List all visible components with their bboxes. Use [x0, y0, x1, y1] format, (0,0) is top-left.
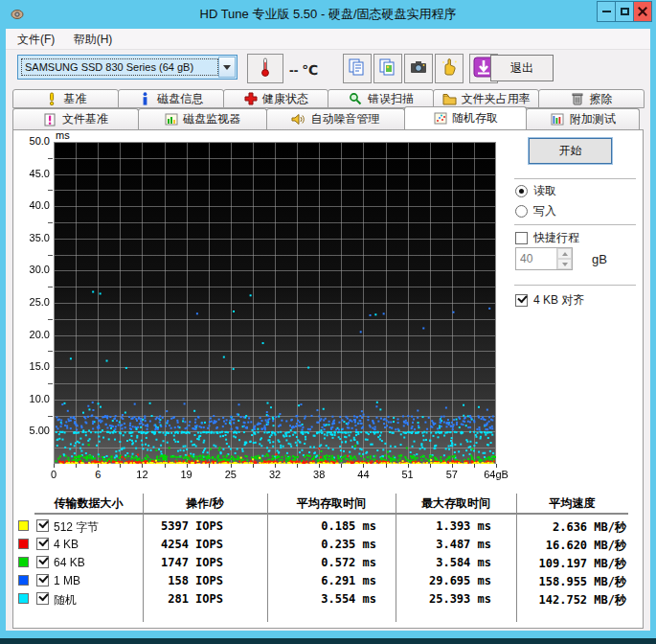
speed-cell: 2.636 MB/秒	[516, 519, 626, 536]
avg-time-cell: 0.572 ms	[267, 556, 376, 569]
short-stroke-row[interactable]: 快捷行程	[515, 230, 579, 246]
hand-tool-button[interactable]	[435, 54, 464, 83]
align-row[interactable]: 4 KB 对齐	[515, 292, 584, 309]
x-tick-mark	[98, 464, 99, 468]
short-stroke-checkbox[interactable]	[515, 232, 528, 244]
tab-基准[interactable]: 基准	[12, 89, 119, 108]
start-button[interactable]: 开始	[529, 138, 612, 164]
tab-磁盘信息[interactable]: 磁盘信息	[118, 89, 224, 108]
copy-text-button[interactable]	[343, 54, 372, 83]
y-tick-label: 15.0	[13, 360, 50, 372]
avg-time-cell: 0.185 ms	[267, 519, 376, 533]
y-tick-minor	[48, 319, 53, 320]
y-tick-minor	[48, 222, 53, 223]
tab-文件夹占用率[interactable]: 文件夹占用率	[433, 89, 539, 108]
max-time-cell: 25.393 ms	[396, 592, 491, 606]
temperature-button[interactable]	[247, 54, 283, 83]
y-tick-label: 25.0	[13, 296, 50, 308]
screenshot-button[interactable]	[404, 54, 433, 83]
align-4kb-label: 4 KB 对齐	[533, 292, 584, 309]
x-tick-mark	[231, 464, 232, 468]
y-tick-minor	[48, 158, 53, 159]
menu-file[interactable]: 文件(F)	[10, 29, 62, 48]
series-color-swatch	[18, 557, 29, 567]
arrow-up-icon	[562, 252, 568, 256]
x-tick-mark	[408, 464, 409, 468]
erase-icon	[571, 92, 585, 105]
spinner-down-button[interactable]	[557, 259, 572, 269]
series-color-swatch	[18, 539, 29, 549]
folder-usage-icon	[442, 92, 457, 105]
avg-time-cell: 0.235 ms	[267, 538, 376, 551]
x-tick-mark	[187, 464, 188, 468]
table-row: 1 MB158 IOPS6.291 ms29.695 ms158.955 MB/…	[13, 572, 645, 590]
y-tick-minor	[48, 255, 53, 256]
read-radio[interactable]	[515, 185, 528, 197]
maximize-button[interactable]	[615, 1, 634, 22]
spinner-up-button[interactable]	[557, 248, 572, 259]
y-axis-unit-label: ms	[56, 129, 70, 141]
minimize-button[interactable]	[597, 1, 616, 22]
x-tick-mark	[363, 464, 364, 468]
tab-row-2: 文件基准磁盘监视器自动噪音管理随机存取附加测试	[12, 108, 644, 129]
capacity-spinner[interactable]	[515, 247, 573, 270]
align-4kb-checkbox[interactable]	[515, 294, 528, 307]
write-radio-label: 写入	[533, 203, 556, 219]
tab-健康状态[interactable]: 健康状态	[223, 89, 329, 108]
ops-cell: 158 IOPS	[143, 574, 223, 587]
scatter-plot-canvas	[54, 142, 496, 464]
thermometer-icon	[259, 57, 272, 80]
read-radio-row[interactable]: 读取	[515, 183, 556, 199]
benchmark-icon	[44, 92, 58, 105]
disk-info-icon	[138, 92, 152, 105]
close-button[interactable]	[633, 1, 652, 22]
max-time-cell: 29.695 ms	[396, 574, 491, 587]
tab-随机存取[interactable]: 随机存取	[404, 106, 528, 129]
x-tick-mark	[253, 464, 254, 468]
tab-错误扫描[interactable]: 错误扫描	[328, 89, 434, 108]
write-radio[interactable]	[515, 205, 528, 218]
speed-cell: 158.955 MB/秒	[516, 574, 626, 590]
tab-文件基准[interactable]: 文件基准	[12, 108, 139, 129]
table-header-4: 最大存取时间	[396, 495, 516, 512]
exit-button[interactable]: 退出	[490, 55, 554, 81]
ops-cell: 5397 IOPS	[143, 519, 223, 533]
avg-time-cell: 6.291 ms	[267, 574, 376, 587]
tab-自动噪音管理[interactable]: 自动噪音管理	[266, 108, 405, 129]
y-tick-label: 20.0	[13, 329, 50, 340]
series-visible-checkbox[interactable]	[36, 519, 49, 532]
series-visible-checkbox[interactable]	[36, 538, 49, 550]
tab-擦除[interactable]: 擦除	[538, 89, 645, 108]
menu-help[interactable]: 帮助(H)	[66, 29, 121, 48]
ops-cell: 281 IOPS	[143, 592, 223, 606]
drive-select-value: SAMSUNG SSD 830 Series (64 gB)	[21, 58, 218, 76]
series-visible-checkbox[interactable]	[36, 556, 49, 568]
write-radio-row[interactable]: 写入	[515, 203, 556, 219]
random-access-chart	[54, 142, 496, 464]
x-tick-mark	[386, 464, 387, 468]
series-visible-checkbox[interactable]	[36, 574, 49, 586]
tab-附加测试[interactable]: 附加测试	[526, 108, 640, 129]
title-bar: HD Tune 专业版 5.50 - 硬盘/固态硬盘实用程序	[0, 0, 656, 29]
arrow-down-icon	[562, 263, 568, 266]
random-access-icon	[433, 112, 447, 126]
y-tick-minor	[48, 383, 53, 384]
max-time-cell: 1.393 ms	[396, 519, 491, 533]
series-visible-checkbox[interactable]	[36, 592, 49, 605]
x-tick-label: 6	[77, 469, 119, 480]
file-benchmark-icon	[43, 113, 57, 126]
y-tick-label: 5.00	[13, 425, 50, 436]
capacity-input[interactable]	[516, 248, 556, 269]
camera-icon	[409, 58, 428, 80]
copy-image-button[interactable]	[373, 54, 402, 83]
close-icon	[638, 7, 647, 16]
x-tick-mark	[76, 464, 77, 468]
drive-select[interactable]: SAMSUNG SSD 830 Series (64 gB)	[17, 55, 238, 80]
table-header-1: 传输数据大小	[34, 495, 143, 512]
y-tick-minor	[48, 416, 53, 417]
x-tick-label: 64gB	[475, 469, 517, 480]
tab-磁盘监视器[interactable]: 磁盘监视器	[138, 108, 267, 129]
drive-select-dropdown-button[interactable]	[218, 57, 236, 78]
random-access-panel: ms 50.045.040.035.030.025.020.015.010.05…	[12, 129, 644, 629]
series-label: 4 KB	[54, 538, 79, 551]
